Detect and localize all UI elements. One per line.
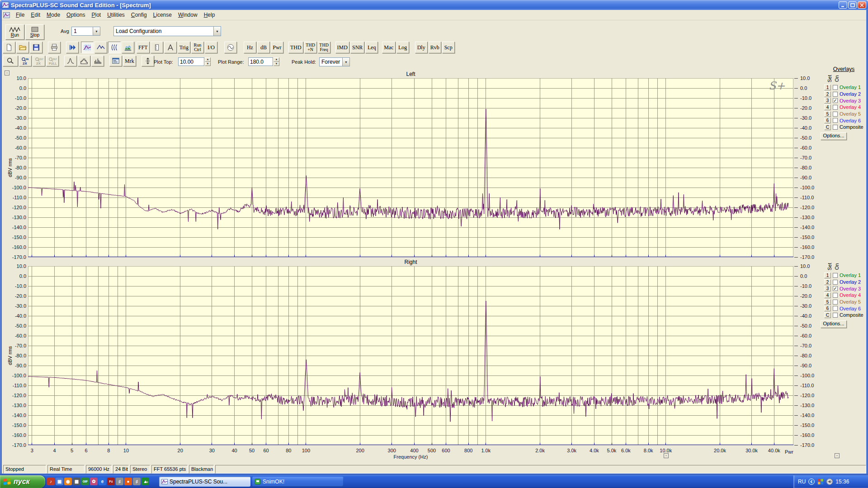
stop-button[interactable]: Stop — [25, 24, 44, 40]
minimize-button[interactable] — [839, 1, 847, 9]
overlay-set-button-2[interactable]: 2 — [824, 279, 831, 285]
load-configuration-combo[interactable]: Load Configuration ▼ — [113, 26, 221, 36]
overlay-on-checkbox-c[interactable] — [833, 313, 838, 318]
clock[interactable]: 15:36 — [835, 479, 849, 485]
save-file-button[interactable] — [30, 42, 42, 53]
zoom-out-2x-button[interactable]: OUT2X — [33, 56, 45, 66]
overlay-set-button-6[interactable]: 6 — [824, 117, 831, 123]
load-configuration-arrow-icon[interactable]: ▼ — [213, 27, 221, 36]
menu-item-license[interactable]: License — [150, 10, 175, 19]
overlay-on-checkbox-3[interactable]: ✓ — [833, 98, 838, 103]
quick-launch-filezilla-icon[interactable]: Fz — [107, 478, 115, 485]
quick-launch-audio-device-2-icon[interactable]: ♯ — [133, 478, 141, 485]
overlay-on-checkbox-4[interactable] — [833, 293, 838, 298]
overlay-on-checkbox-6[interactable] — [833, 306, 838, 311]
third-octave-mode-button[interactable] — [91, 56, 104, 66]
units-hz-button[interactable]: Hz — [244, 42, 256, 53]
overlay-on-checkbox-1[interactable] — [833, 273, 838, 278]
menu-item-file[interactable]: File — [13, 10, 28, 19]
fast-forward-button[interactable] — [66, 42, 79, 53]
avg-combo[interactable]: 1 ▼ — [71, 27, 100, 36]
plot-top-spinner[interactable]: ▲▼ — [205, 57, 211, 66]
quick-launch-media-player-icon[interactable]: ♪ — [47, 478, 55, 485]
scope-button[interactable]: Scp — [442, 42, 455, 53]
thd-n-button[interactable]: THD+N — [304, 42, 317, 53]
start-button[interactable]: пуск — [0, 475, 45, 488]
overlay-set-button-3[interactable]: 3 — [824, 98, 831, 103]
plot-range-down-icon[interactable]: ▼ — [274, 62, 279, 66]
signal-generator-button[interactable] — [224, 42, 237, 53]
menu-item-window[interactable]: Window — [175, 10, 201, 19]
units-db-button[interactable]: dB — [257, 42, 270, 53]
menu-item-edit[interactable]: Edit — [28, 10, 43, 19]
io-settings-button[interactable]: I/O — [205, 42, 217, 53]
overlay-set-button-4[interactable]: 4 — [824, 292, 831, 298]
overlay-on-checkbox-1[interactable] — [833, 85, 838, 90]
narrowband-mode-button[interactable] — [64, 56, 77, 66]
menu-item-plot[interactable]: Plot — [88, 10, 104, 19]
autoscale-button[interactable] — [142, 56, 154, 66]
delay-button[interactable]: Dly — [415, 42, 428, 53]
plot-range-spinner[interactable]: ▲▼ — [274, 57, 279, 66]
print-button[interactable] — [48, 42, 61, 53]
plot-top-up-icon[interactable]: ▲ — [205, 57, 211, 62]
fft-settings-button[interactable]: FFT — [137, 42, 150, 53]
leq-button[interactable]: Leq — [365, 42, 378, 53]
plot-top-input[interactable] — [178, 57, 204, 66]
run-button[interactable]: Run — [5, 24, 24, 40]
zoom-in-2x-button[interactable]: IN2X — [19, 56, 32, 66]
units-pwr-button[interactable]: Pwr — [271, 42, 283, 53]
quick-launch-gif-animator-icon[interactable]: GIF — [81, 478, 89, 485]
left-channel-plot[interactable] — [28, 78, 793, 257]
quick-launch-overflow-icon[interactable]: » — [146, 479, 148, 484]
taskbar-task-2[interactable]: SnimOK! — [252, 477, 344, 487]
spectrogram-view-button[interactable] — [122, 42, 134, 53]
quick-launch-browser-orange-icon[interactable]: ◉ — [64, 478, 72, 485]
overlay-on-checkbox-2[interactable] — [833, 92, 838, 97]
pane-collapse-button[interactable]: - — [5, 70, 9, 75]
quick-launch-image-viewer-icon[interactable]: ✿ — [90, 478, 98, 485]
quick-launch-internet-explorer-icon[interactable]: e — [99, 478, 106, 485]
run-control-button[interactable]: RunCtrl — [191, 42, 204, 53]
overlay-set-button-4[interactable]: 4 — [824, 104, 831, 110]
overlay-set-button-c[interactable]: C — [824, 312, 831, 318]
menu-item-utilities[interactable]: Utilities — [104, 10, 128, 19]
waveform-view-button[interactable] — [94, 42, 107, 53]
pane-collapse-button[interactable]: - — [664, 453, 669, 458]
overlay-set-button-5[interactable]: 5 — [824, 111, 831, 117]
language-indicator[interactable]: RU — [798, 479, 806, 485]
zoom-button[interactable] — [3, 56, 18, 66]
overlays-options-button[interactable]: Options... — [821, 132, 847, 140]
peak-hold-combo[interactable]: Forever ▼ — [319, 57, 350, 66]
hide-icons-chevron-icon[interactable] — [808, 479, 815, 485]
overlay-set-button-1[interactable]: 1 — [824, 84, 831, 90]
overlay-on-checkbox-5[interactable] — [833, 300, 838, 305]
antivirus-tray-icon[interactable] — [817, 479, 824, 485]
trigger-button[interactable]: Trig — [178, 42, 190, 53]
reverb-button[interactable]: Rvb — [429, 42, 441, 53]
phase-view-button[interactable] — [108, 42, 121, 53]
plot-top-down-icon[interactable]: ▼ — [205, 62, 211, 66]
overlay-set-button-3[interactable]: 3 — [824, 286, 831, 291]
title-bar[interactable]: SpectraPLUS-SC Sound Card Edition - [Spe… — [0, 0, 868, 10]
overlay-on-checkbox-6[interactable] — [833, 118, 838, 123]
overlay-on-checkbox-2[interactable] — [833, 280, 838, 285]
taskbar-task-1[interactable]: SpectraPLUS-SC Sou... — [159, 477, 250, 487]
menu-item-config[interactable]: Config — [128, 10, 150, 19]
zoom-out-full-button[interactable]: OUTFULL — [46, 56, 59, 66]
octave-mode-button[interactable] — [78, 56, 90, 66]
quick-launch-my-computer-icon[interactable]: ▣ — [56, 478, 63, 485]
overlay-set-button-6[interactable]: 6 — [824, 305, 831, 311]
overlay-on-checkbox-5[interactable] — [833, 112, 838, 117]
overlay-set-button-c[interactable]: C — [824, 124, 831, 130]
plot-range-up-icon[interactable]: ▲ — [274, 57, 279, 62]
snr-button[interactable]: SNR — [350, 42, 364, 53]
maximize-button[interactable] — [848, 1, 857, 9]
quick-launch-audio-device-icon[interactable]: ♯ — [116, 478, 123, 485]
macro-button[interactable]: Mac — [382, 42, 395, 53]
quick-launch-web-browser-icon[interactable]: ● — [124, 478, 132, 485]
overlay-on-checkbox-4[interactable] — [833, 105, 838, 110]
overlay-on-checkbox-3[interactable]: ✓ — [833, 286, 838, 291]
thd-freq-button[interactable]: THDFreq — [318, 42, 330, 53]
control-panel-button[interactable] — [109, 56, 122, 66]
